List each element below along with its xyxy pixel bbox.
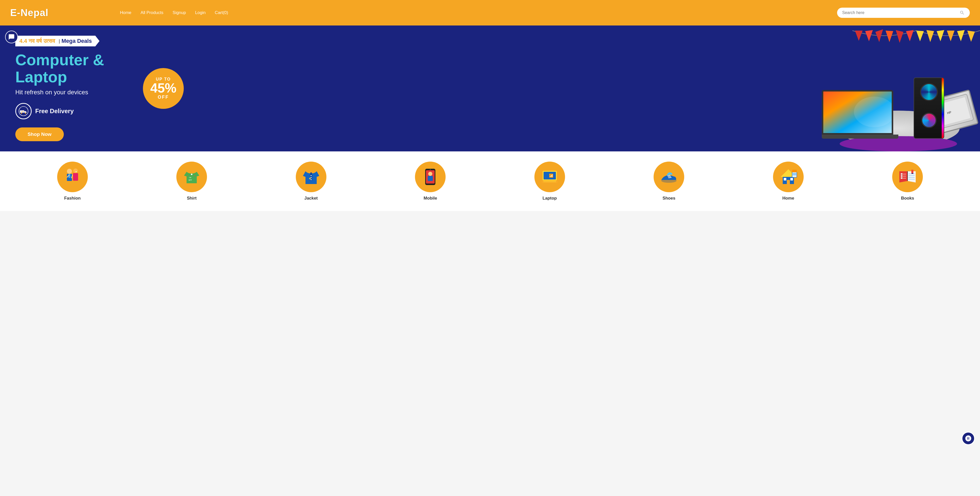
svg-rect-48: [543, 181, 556, 182]
laptop-cat-icon: 📶: [539, 167, 560, 187]
svg-text:📶: 📶: [549, 174, 554, 178]
svg-point-36: [310, 175, 312, 176]
svg-text:♥: ♥: [187, 175, 188, 177]
chat-bubble-icon: [8, 34, 15, 40]
svg-text:♥: ♥: [194, 174, 196, 177]
mobile-circle: [415, 162, 445, 192]
shirt-icon: I ♥ BFF ♥ ♥: [181, 167, 202, 187]
svg-rect-70: [901, 177, 902, 179]
category-fashion[interactable]: ♥ Fashion: [57, 162, 88, 201]
shoes-icon: [659, 167, 679, 187]
category-jacket[interactable]: ★ Jacket: [296, 162, 326, 201]
svg-point-37: [310, 177, 312, 178]
svg-point-41: [428, 172, 432, 176]
search-input[interactable]: [842, 10, 958, 15]
search-icon: [959, 10, 965, 15]
laptop-product: [822, 90, 898, 139]
banner-subtitle: Hit refresh on your devices: [15, 89, 158, 96]
svg-point-32: [191, 174, 192, 175]
nav-all-products[interactable]: All Products: [141, 10, 164, 15]
search-bar: [837, 8, 970, 18]
books-circle: [892, 162, 923, 192]
category-shoes[interactable]: Shoes: [654, 162, 684, 201]
jacket-icon: ★: [301, 167, 321, 187]
shirt-circle: I ♥ BFF ♥ ♥: [177, 162, 207, 192]
nav-home[interactable]: Home: [120, 10, 131, 15]
svg-rect-68: [901, 173, 902, 174]
hero-products: HP: [441, 25, 980, 151]
home-circle: [773, 162, 803, 192]
svg-point-14: [21, 113, 22, 114]
svg-point-38: [310, 179, 312, 180]
category-laptop[interactable]: 📶 Laptop: [535, 162, 565, 201]
mobile-label: Mobile: [424, 196, 437, 201]
home-icon: [778, 167, 799, 187]
free-delivery-text: Free Delivery: [35, 108, 74, 115]
nav-cart[interactable]: Cart(0): [215, 10, 228, 15]
nav-signup[interactable]: Signup: [172, 10, 186, 15]
svg-text:♥: ♥: [76, 171, 77, 173]
svg-rect-57: [791, 178, 793, 181]
site-header: E-Nepal Home All Products Signup Login C…: [0, 0, 980, 25]
svg-rect-56: [784, 178, 786, 181]
site-logo[interactable]: E-Nepal: [10, 7, 48, 18]
pipe: |: [59, 38, 60, 44]
svg-text:FREE: FREE: [21, 111, 24, 112]
svg-rect-59: [793, 173, 796, 175]
mega-deals-badge: 4.4 नव वर्ष उत्सव | Mega Deals: [15, 36, 100, 46]
svg-point-43: [430, 169, 431, 170]
svg-rect-42: [428, 176, 433, 181]
fashion-icon: ♥: [62, 167, 83, 187]
svg-rect-55: [787, 180, 790, 184]
category-mobile[interactable]: Mobile: [415, 162, 445, 201]
shop-now-button[interactable]: Shop Now: [15, 127, 64, 141]
category-home[interactable]: Home: [773, 162, 803, 201]
delivery-icon: FREE: [15, 103, 32, 119]
truck-icon: FREE: [19, 106, 28, 116]
category-books[interactable]: Books: [892, 162, 923, 201]
category-shirt[interactable]: I ♥ BFF ♥ ♥ Shirt: [177, 162, 207, 201]
shoes-circle: [654, 162, 684, 192]
mobile-icon: [420, 167, 441, 187]
discount-off: OFF: [158, 95, 169, 100]
shirt-label: Shirt: [187, 196, 197, 201]
mega-deals-text: Mega Deals: [62, 38, 92, 44]
hero-banner: 4.4 नव वर्ष उत्सव | Mega Deals Computer …: [0, 25, 980, 151]
discount-pct: 45%: [150, 82, 177, 95]
banner-chat-icon: [5, 30, 18, 43]
home-label: Home: [782, 196, 794, 201]
svg-point-22: [67, 169, 72, 174]
nav-login[interactable]: Login: [195, 10, 206, 15]
svg-rect-60: [792, 170, 797, 172]
hero-left-content: 4.4 नव वर्ष उत्सव | Mega Deals Computer …: [15, 36, 158, 141]
svg-text:BFF: BFF: [189, 179, 192, 181]
discount-circle: UP TO 45% OFF: [143, 68, 184, 109]
jacket-circle: ★: [296, 162, 326, 192]
shoes-label: Shoes: [662, 196, 675, 201]
pc-tower-product: [914, 78, 944, 139]
jacket-label: Jacket: [304, 196, 318, 201]
banner-title: Computer & Laptop: [15, 51, 158, 86]
books-icon: [897, 167, 918, 187]
laptop-label: Laptop: [542, 196, 557, 201]
categories-section: ♥ Fashion I ♥ BFF ♥ ♥ Shirt ★: [0, 151, 980, 211]
books-label: Books: [901, 196, 914, 201]
festival-text: 4.4 नव वर्ष उत्सव: [19, 38, 55, 44]
fashion-circle: ♥: [57, 162, 88, 192]
free-delivery-row: FREE Free Delivery: [15, 103, 158, 119]
svg-point-15: [25, 113, 26, 114]
svg-text:I ♥: I ♥: [189, 177, 191, 178]
fashion-label: Fashion: [64, 196, 81, 201]
svg-rect-69: [901, 175, 902, 177]
main-nav: Home All Products Signup Login Cart(0): [120, 10, 837, 15]
laptop-circle: 📶: [535, 162, 565, 192]
